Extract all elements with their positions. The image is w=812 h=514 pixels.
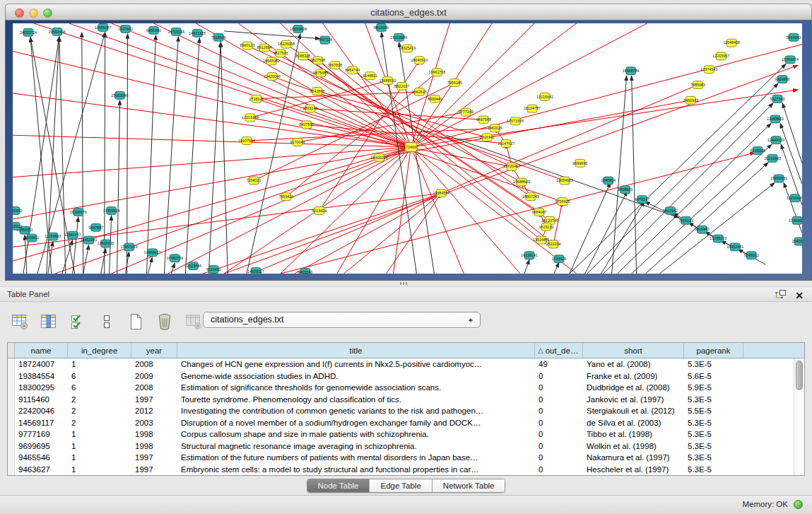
table-row[interactable]: 946554611997Estimation of the future num… [8,452,804,464]
network-node[interactable]: 16648784 [623,67,640,75]
network-node[interactable]: 13958167 [143,249,160,257]
network-node[interactable]: 1724007 [404,143,418,152]
table-row[interactable]: 1456911722003Disruption of a novel membe… [8,417,804,429]
network-node[interactable]: 17303594 [789,216,802,224]
network-node[interactable]: 2316441 [480,134,495,141]
network-node[interactable]: 16961758 [428,69,445,76]
network-node[interactable]: 9170044 [290,139,305,146]
network-node[interactable]: 7254021 [247,177,261,185]
network-node[interactable]: 14671355 [189,29,206,37]
table-scrollbar-thumb[interactable] [796,361,803,390]
memory-ok-indicator[interactable] [794,500,803,509]
split-divider[interactable] [0,281,812,286]
network-node[interactable]: 8822037 [394,83,409,90]
network-node[interactable]: 14569117 [247,268,264,274]
network-node[interactable]: 9475685 [313,69,328,77]
network-node[interactable]: 6466160 [146,26,161,34]
network-node[interactable]: 9777169 [459,108,473,116]
float-panel-icon[interactable] [775,289,787,302]
network-node[interactable]: 15720407 [503,163,520,170]
network-node[interactable]: 2803144 [302,105,317,112]
table-row[interactable]: 946362711997Embryonic stem cells: a mode… [8,464,804,476]
show-columns-icon[interactable] [39,311,59,332]
network-node[interactable]: 12444159 [767,136,784,144]
column-header-pagerank[interactable]: pagerank [684,343,743,358]
close-panel-icon[interactable]: ✕ [795,290,804,301]
network-node[interactable]: 16782759 [166,255,183,262]
network-node[interactable]: 9412342 [663,207,678,215]
column-header-short[interactable]: short [583,343,684,358]
new-table-icon[interactable] [126,311,146,332]
network-node[interactable]: 10719155 [167,28,184,35]
network-node[interactable]: 9827508 [310,57,325,64]
column-header-year[interactable]: year [131,343,177,358]
network-node[interactable]: 9827503 [273,49,288,57]
network-node[interactable]: 12093832 [767,115,784,123]
network-node[interactable]: 18325419 [399,45,416,52]
network-node[interactable]: 16210643 [764,154,781,162]
network-node[interactable]: 9115460 [206,266,221,274]
tab-network-table[interactable]: Network Table [433,479,505,492]
network-node[interactable]: 15688520 [379,77,396,85]
validate-columns-icon[interactable] [68,311,88,332]
network-node[interactable]: 7485083 [690,81,705,89]
network-node[interactable]: 2367608 [327,62,342,69]
table-selector-dropdown[interactable]: citations_edges.txt [203,312,481,328]
network-node[interactable]: 7515526 [211,33,226,41]
network-node[interactable]: 11548408 [723,39,740,47]
delete-column-icon[interactable] [184,311,204,332]
table-scrollbar[interactable] [794,358,804,475]
network-node[interactable]: 17359924 [103,207,120,215]
network-node[interactable]: 8454749 [345,66,360,74]
network-node[interactable]: 13505135 [98,240,114,247]
network-node[interactable]: 7919123 [678,216,693,224]
network-node[interactable]: 1840954 [601,177,616,185]
network-node[interactable]: 11974543 [701,66,718,74]
network-node[interactable]: 16033809 [290,25,307,33]
network-node[interactable]: 9816443 [695,226,710,233]
network-window-titlebar[interactable]: citations_edges.txt [5,4,812,21]
network-node[interactable]: 18807249 [522,193,539,201]
network-node[interactable]: 18107554 [238,137,255,145]
network-node[interactable]: 9146821 [363,72,377,80]
column-header-title[interactable]: title [177,343,535,358]
network-node[interactable]: 1733426 [551,255,566,263]
network-node[interactable]: 7462026 [488,124,502,132]
column-header-name[interactable]: name [15,343,68,358]
network-node[interactable]: 8990443 [428,95,442,103]
network-node[interactable]: 12942757 [64,231,81,239]
column-header-in_degree[interactable]: in_degree [68,343,131,358]
network-node[interactable]: 13216041 [536,93,553,100]
network-node[interactable]: 10147427 [498,140,514,148]
table-row[interactable]: 2242004622012Investigating the contribut… [8,405,804,417]
network-node[interactable]: 13654923 [556,177,573,185]
network-node[interactable]: 7450933 [683,96,698,104]
network-node[interactable]: 12923446 [184,262,201,270]
tab-node-table[interactable]: Node Table [307,479,370,492]
network-node[interactable]: 9242848 [310,87,324,95]
network-node[interactable]: 9245012 [744,252,759,259]
column-header-out_de[interactable]: △out_de… [535,343,583,358]
network-node[interactable]: 5916063 [787,33,801,41]
network-node[interactable]: 7857224 [317,36,332,44]
network-node[interactable]: 18226058 [278,40,295,48]
network-node[interactable]: 16104787 [524,105,541,112]
network-node[interactable]: 10688609 [513,178,530,186]
network-node[interactable]: 2520650 [13,207,22,215]
network-node[interactable]: 1362615 [412,88,427,95]
network-node[interactable]: 6497568 [476,116,491,124]
network-node[interactable]: 6479197 [635,196,649,204]
delete-table-icon[interactable] [155,311,175,332]
network-node[interactable]: 9684067 [532,209,547,216]
citation-network-graph[interactable]: 2405572420691406106552871527602646616010… [13,23,802,274]
network-node[interactable]: 8813054 [374,23,389,31]
network-node[interactable]: 9397587 [88,223,103,231]
table-row[interactable]: 969969511998Structural magnetic resonanc… [8,440,804,452]
network-node[interactable]: 18640910 [411,57,428,64]
network-node[interactable]: 14136141 [521,252,538,259]
table-row[interactable]: 977716911998Corpus callosum shape and si… [8,428,804,440]
network-node[interactable]: 9329966 [775,76,790,83]
table-row[interactable]: 1872400712008Changes of HCN gene express… [8,358,804,370]
network-node[interactable]: 19218986 [391,33,408,41]
network-node[interactable]: 20206576 [70,209,87,216]
